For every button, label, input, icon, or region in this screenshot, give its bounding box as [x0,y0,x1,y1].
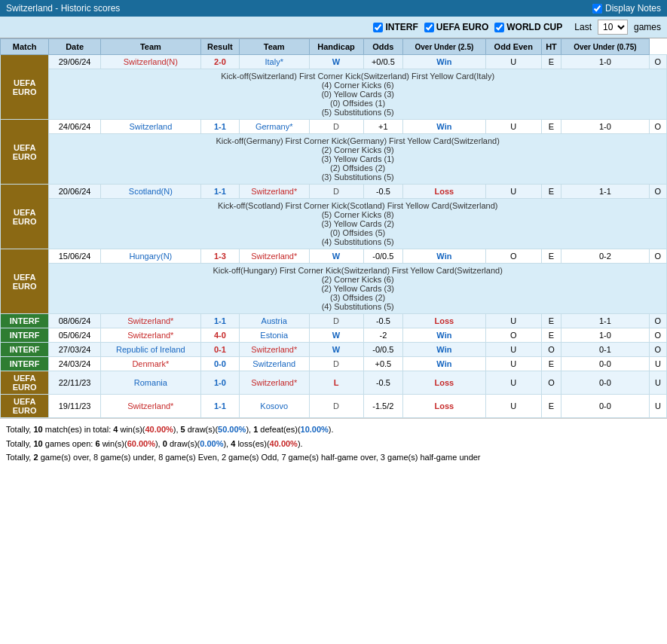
match-type: INTERF [1,357,49,371]
team1-cell: Switzerland [100,120,200,134]
handicap-cell: -0.5 [363,314,403,328]
ou075-cell: O [649,343,666,357]
col-match: Match [1,39,49,55]
ht-cell: 1-1 [561,185,649,199]
team2-cell: Switzerland* [239,185,309,199]
odds-cell: Win [403,328,485,343]
result-cell: 1-3 [200,249,239,264]
filter-interf[interactable]: INTERF [373,22,418,32]
date-cell: 19/11/23 [49,395,100,418]
ou25-cell: U [485,343,541,357]
handicap-cell: -0.5 [363,185,403,199]
team2-cell: Switzerland [239,357,309,371]
team1-cell: Republic of Ireland [100,343,200,357]
filter-world-cup[interactable]: WORLD CUP [494,22,562,32]
ou25-cell: U [485,120,541,134]
notes-row: Kick-off(Hungary) First Corner Kick(Swit… [1,264,667,314]
col-ht: HT [542,39,561,55]
odds-cell: Loss [403,371,485,395]
odds-cell: Win [403,120,485,134]
date-cell: 05/06/24 [49,328,100,343]
wdl-cell: W [309,343,363,357]
team1-cell: Switzerland* [100,314,200,328]
result-cell: 1-1 [200,120,239,134]
last-label: Last [574,22,592,32]
table-row: INTERF 08/06/24 Switzerland* 1-1 Austria… [1,314,667,328]
table-row: INTERF 24/03/24 Denmark* 0-0 Switzerland… [1,357,667,371]
filter-uefa-euro[interactable]: UEFA EURO [424,22,489,32]
odds-cell: Loss [403,314,485,328]
filter-interf-label: INTERF [385,22,418,32]
handicap-cell: -0/0.5 [363,249,403,264]
col-team1: Team [100,39,200,55]
date-cell: 24/03/24 [49,357,100,371]
display-notes-toggle[interactable]: Display Notes [592,3,661,14]
match-type: INTERF [1,328,49,343]
table-row: UEFAEURO 22/11/23 Romania 1-0 Switzerlan… [1,371,667,395]
date-cell: 08/06/24 [49,314,100,328]
ht-cell: 1-0 [561,55,649,69]
oe-cell: E [542,249,561,264]
summary-section: Totally, 10 match(es) in total: 4 win(s)… [0,418,667,470]
filter-bar: INTERF UEFA EURO WORLD CUP Last 5 10 15 … [0,17,667,38]
table-row: INTERF 27/03/24 Republic of Ireland 0-1 … [1,343,667,357]
summary-line: Totally, 2 game(s) over, 8 game(s) under… [6,451,661,464]
match-type: INTERF [1,343,49,357]
ou075-cell: O [649,185,666,199]
filter-uefa-euro-label: UEFA EURO [436,22,489,32]
wdl-cell: D [309,120,363,134]
col-handicap: Handicap [309,39,363,55]
team1-cell: Switzerland* [100,395,200,418]
odds-cell: Loss [403,185,485,199]
odds-cell: Win [403,249,485,264]
ht-cell: 1-0 [561,328,649,343]
notes-row: Kick-off(Scotland) First Corner Kick(Sco… [1,199,667,249]
handicap-cell: -0.5 [363,371,403,395]
ou25-cell: U [485,371,541,395]
team1-cell: Denmark* [100,357,200,371]
ou075-cell: O [649,55,666,69]
ou25-cell: O [485,328,541,343]
col-odds: Odds [363,39,403,55]
wdl-cell: D [309,357,363,371]
result-cell: 0-0 [200,357,239,371]
col-oe: Odd Even [485,39,541,55]
match-type: INTERF [1,314,49,328]
handicap-cell: +0/0.5 [363,55,403,69]
summary-line: Totally, 10 games open: 6 win(s)(60.00%)… [6,438,661,450]
ou075-cell: U [649,395,666,418]
match-type: UEFAEURO [1,185,49,249]
last-games-select[interactable]: 5 10 15 20 [598,20,628,35]
summary-line: Totally, 10 match(es) in total: 4 win(s)… [6,423,661,436]
ou075-cell: O [649,120,666,134]
ou25-cell: U [485,185,541,199]
result-cell: 2-0 [200,55,239,69]
oe-cell: E [542,314,561,328]
header-title: Switzerland - Historic scores [6,3,120,14]
team1-cell: Switzerland(N) [100,55,200,69]
ou25-cell: O [485,249,541,264]
match-type: UEFAEURO [1,371,49,395]
result-cell: 0-1 [200,343,239,357]
oe-cell: E [542,185,561,199]
col-ou075: Over Under (0.75) [561,39,649,55]
result-cell: 1-1 [200,185,239,199]
ou25-cell: U [485,395,541,418]
table-row: UEFAEURO 29/06/24 Switzerland(N) 2-0 Ita… [1,55,667,69]
handicap-cell: +1 [363,120,403,134]
team2-cell: Kosovo [239,395,309,418]
notes-cell: Kick-off(Germany) First Corner Kick(Germ… [49,134,667,185]
odds-cell: Win [403,55,485,69]
result-cell: 4-0 [200,328,239,343]
team1-cell: Hungary(N) [100,249,200,264]
match-type: UEFAEURO [1,55,49,120]
ht-cell: 1-1 [561,314,649,328]
date-cell: 27/03/24 [49,343,100,357]
oe-cell: E [542,120,561,134]
table-row: UEFAEURO 19/11/23 Switzerland* 1-1 Kosov… [1,395,667,418]
match-type: UEFAEURO [1,249,49,314]
oe-cell: E [542,328,561,343]
odds-cell: Win [403,357,485,371]
date-cell: 29/06/24 [49,55,100,69]
table-row: UEFAEURO 20/06/24 Scotland(N) 1-1 Switze… [1,185,667,199]
